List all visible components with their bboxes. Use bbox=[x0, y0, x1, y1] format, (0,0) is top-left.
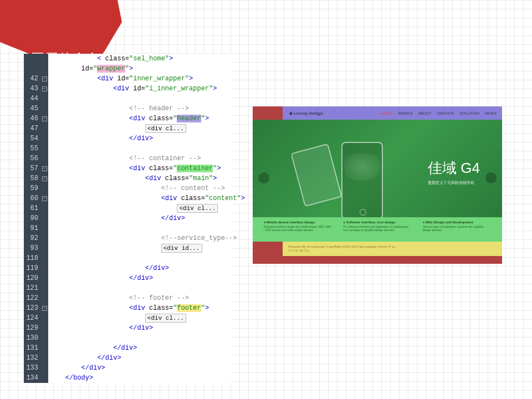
fold-gutter bbox=[40, 323, 48, 333]
code-content: <!-- content --> bbox=[48, 183, 232, 193]
fold-gutter bbox=[40, 353, 48, 363]
code-line: 42 <div id="inner_wrapper"> bbox=[24, 74, 232, 84]
line-number: 123 bbox=[24, 303, 40, 313]
code-content: </div> bbox=[48, 343, 232, 353]
code-line: 56 <!-- container --> bbox=[24, 154, 232, 163]
fold-gutter bbox=[40, 144, 48, 154]
code-content: <div id... bbox=[48, 243, 232, 253]
code-content: </div> bbox=[48, 134, 232, 144]
line-number: 42 bbox=[24, 74, 40, 84]
carousel-prev-icon bbox=[258, 172, 269, 183]
nav-item: WORKS bbox=[398, 111, 412, 115]
code-line: 123 <div class="footer"> bbox=[24, 303, 232, 313]
code-content: <!-- footer --> bbox=[48, 293, 232, 303]
line-number: 122 bbox=[24, 293, 40, 303]
code-line: 129 </div> bbox=[24, 323, 232, 333]
code-line: 133 </div> bbox=[24, 363, 232, 373]
code-line: 132 </div> bbox=[24, 353, 232, 363]
line-number: 59 bbox=[24, 183, 40, 193]
fold-gutter bbox=[40, 333, 48, 343]
code-content: <div class="header"> bbox=[48, 114, 232, 124]
code-editor: < class="sel_home"> id="wrapper">42 <div… bbox=[24, 54, 232, 383]
carousel-next-icon bbox=[485, 172, 497, 183]
preview-container-overlay: 佳域 G4 重新定义千元四核智能手机 bbox=[253, 120, 502, 217]
line-number: 118 bbox=[24, 253, 40, 263]
fold-gutter bbox=[40, 223, 48, 233]
line-number: 121 bbox=[24, 283, 40, 293]
code-line: 119 </div> bbox=[24, 263, 232, 273]
line-number: 90 bbox=[24, 213, 40, 223]
code-content: <div class="main"> bbox=[48, 173, 232, 183]
code-content: < class="sel_home"> bbox=[48, 54, 232, 64]
line-number: 92 bbox=[24, 233, 40, 243]
code-line: 44 bbox=[24, 94, 232, 104]
code-content: </body> bbox=[48, 373, 232, 383]
line-number: 131 bbox=[24, 343, 40, 353]
fold-gutter bbox=[40, 124, 48, 134]
hero-title: 佳域 G4 bbox=[428, 158, 480, 178]
code-content: <div id="i_inner_wrapper"> bbox=[48, 84, 232, 94]
line-number: 133 bbox=[24, 363, 40, 373]
line-number: 61 bbox=[24, 203, 40, 213]
line-number: 58 bbox=[24, 173, 40, 183]
code-line: 91 bbox=[24, 223, 232, 233]
fold-gutter bbox=[40, 163, 48, 173]
code-line: 131 </div> bbox=[24, 343, 232, 353]
fold-gutter bbox=[40, 154, 48, 163]
fold-gutter bbox=[40, 183, 48, 193]
fold-gutter bbox=[40, 114, 48, 124]
fold-gutter bbox=[40, 84, 48, 94]
code-line: 46 <div class="header"> bbox=[24, 114, 232, 124]
code-line: 93 <div id... bbox=[24, 243, 232, 253]
code-content: <!-- header --> bbox=[48, 104, 232, 114]
line-number: 55 bbox=[24, 144, 40, 154]
code-line: 118 bbox=[24, 253, 232, 263]
line-number: 134 bbox=[24, 373, 40, 383]
footer-line: Powered By lerroydesign CopyRight 2010-2… bbox=[288, 244, 497, 249]
code-line: 43 <div id="i_inner_wrapper"> bbox=[24, 84, 232, 94]
code-content: </div> bbox=[48, 213, 232, 223]
hero-text: 佳域 G4 重新定义千元四核智能手机 bbox=[428, 158, 480, 186]
service-item: ● Web Design and DevelopmentVarious type… bbox=[423, 221, 491, 238]
line-number: 54 bbox=[24, 134, 40, 144]
code-line: 60 <div class="content"> bbox=[24, 193, 232, 203]
line-number: 56 bbox=[24, 154, 40, 163]
nav-item: SOLUTION bbox=[459, 111, 479, 115]
code-content bbox=[48, 144, 232, 154]
line-number: 132 bbox=[24, 353, 40, 363]
line-number: 47 bbox=[24, 124, 40, 134]
code-line: 90 </div> bbox=[24, 213, 232, 223]
service-item: ● Mobile device interface designSoftware… bbox=[264, 221, 332, 238]
fold-gutter bbox=[40, 134, 48, 144]
footer-line: 京ICP备 蜀ICP备 bbox=[288, 249, 497, 253]
code-line: 120 </div> bbox=[24, 273, 232, 283]
fold-gutter bbox=[40, 293, 48, 303]
code-content: </div> bbox=[48, 323, 232, 333]
code-line: 134 </body> bbox=[24, 373, 232, 383]
line-number: 120 bbox=[24, 273, 40, 283]
fold-gutter bbox=[40, 313, 48, 323]
fold-gutter bbox=[40, 243, 48, 253]
fold-gutter bbox=[40, 173, 48, 183]
code-line: 45 <!-- header --> bbox=[24, 104, 232, 114]
code-line: 59 <!-- content --> bbox=[24, 183, 232, 193]
fold-gutter bbox=[40, 104, 48, 114]
fold-gutter bbox=[40, 363, 48, 373]
line-number: 46 bbox=[24, 114, 40, 124]
code-content: <div cl... bbox=[48, 124, 232, 134]
line-number: 124 bbox=[24, 313, 40, 323]
code-content bbox=[48, 333, 232, 343]
code-line: 92 <!--service_type--> bbox=[24, 233, 232, 243]
line-number: 60 bbox=[24, 193, 40, 203]
code-line: 54 </div> bbox=[24, 134, 232, 144]
code-line: 130 bbox=[24, 333, 232, 343]
code-content bbox=[48, 253, 232, 263]
line-number: 119 bbox=[24, 263, 40, 273]
preview-services: ● Mobile device interface designSoftware… bbox=[253, 217, 502, 242]
fold-gutter bbox=[40, 283, 48, 293]
code-content: <div class="content"> bbox=[48, 193, 245, 203]
code-content: <div id="inner_wrapper"> bbox=[48, 74, 232, 84]
fold-gutter bbox=[40, 303, 48, 313]
code-line: 57 <div class="container"> bbox=[24, 163, 232, 173]
line-number: 130 bbox=[24, 333, 40, 343]
